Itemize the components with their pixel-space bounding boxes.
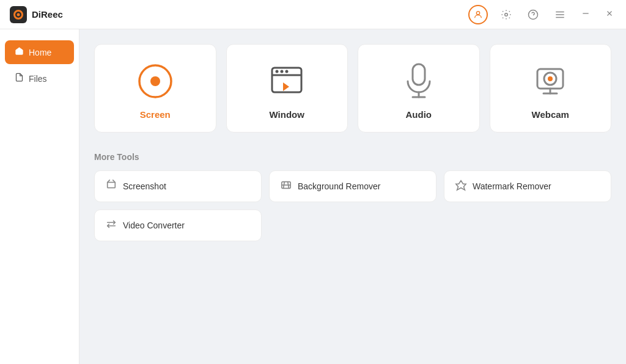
files-icon xyxy=(15,73,24,84)
close-button[interactable] xyxy=(603,7,616,23)
screen-label: Screen xyxy=(140,109,171,120)
tool-card-video-converter[interactable]: Video Converter xyxy=(94,209,262,241)
tool-card-screenshot[interactable]: Screenshot xyxy=(94,170,262,202)
titlebar-left: DiReec xyxy=(10,6,63,23)
svg-rect-16 xyxy=(413,64,425,85)
more-tools-title: More Tools xyxy=(94,152,611,162)
screenshot-label: Screenshot xyxy=(123,181,166,191)
titlebar: DiReec xyxy=(0,0,626,29)
window-label: Window xyxy=(270,109,304,120)
mode-cards: Screen Window xyxy=(94,44,611,133)
app-name: DiReec xyxy=(32,9,63,20)
app-logo xyxy=(10,6,27,23)
main-layout: Home Files Scre xyxy=(0,29,626,364)
mode-card-audio[interactable]: Audio xyxy=(358,44,480,133)
sidebar-item-home[interactable]: Home xyxy=(5,40,74,64)
sidebar-files-label: Files xyxy=(29,74,47,84)
minimize-button[interactable] xyxy=(578,6,593,23)
svg-point-14 xyxy=(281,70,284,73)
mode-card-window[interactable]: Window xyxy=(226,44,348,133)
svg-point-21 xyxy=(548,76,553,81)
tool-card-background-remover[interactable]: Background Remover xyxy=(269,170,436,202)
webcam-icon xyxy=(531,62,570,101)
webcam-label: Webcam xyxy=(532,109,569,120)
svg-point-1 xyxy=(505,13,508,16)
svg-point-10 xyxy=(150,76,160,86)
tool-card-watermark-remover[interactable]: Watermark Remover xyxy=(444,170,611,202)
svg-point-13 xyxy=(276,70,279,73)
video-converter-icon xyxy=(106,219,117,232)
home-icon xyxy=(15,46,24,58)
user-icon[interactable] xyxy=(468,5,488,24)
sidebar: Home Files xyxy=(0,29,79,364)
mode-card-webcam[interactable]: Webcam xyxy=(490,44,612,133)
menu-icon[interactable] xyxy=(551,6,569,23)
watermark-remover-label: Watermark Remover xyxy=(473,181,551,191)
watermark-remover-icon xyxy=(455,180,466,193)
more-tools-section: More Tools Screenshot xyxy=(94,152,611,241)
sidebar-item-files[interactable]: Files xyxy=(5,67,74,90)
svg-marker-34 xyxy=(456,181,466,190)
video-converter-label: Video Converter xyxy=(123,220,185,230)
screen-icon xyxy=(136,62,175,101)
svg-point-0 xyxy=(476,11,479,14)
help-icon[interactable] xyxy=(525,6,542,23)
background-remover-icon xyxy=(281,180,292,193)
svg-point-15 xyxy=(285,70,289,73)
audio-label: Audio xyxy=(406,109,432,120)
sidebar-home-label: Home xyxy=(29,48,51,57)
audio-icon xyxy=(399,62,438,101)
background-remover-label: Background Remover xyxy=(298,181,380,191)
settings-icon[interactable] xyxy=(498,6,515,23)
mode-card-screen[interactable]: Screen xyxy=(94,44,216,133)
tools-grid: Screenshot Background Remover xyxy=(94,170,611,241)
content-area: Screen Window xyxy=(79,29,626,364)
titlebar-right xyxy=(468,5,616,24)
window-icon xyxy=(267,62,306,101)
screenshot-icon xyxy=(106,180,117,193)
